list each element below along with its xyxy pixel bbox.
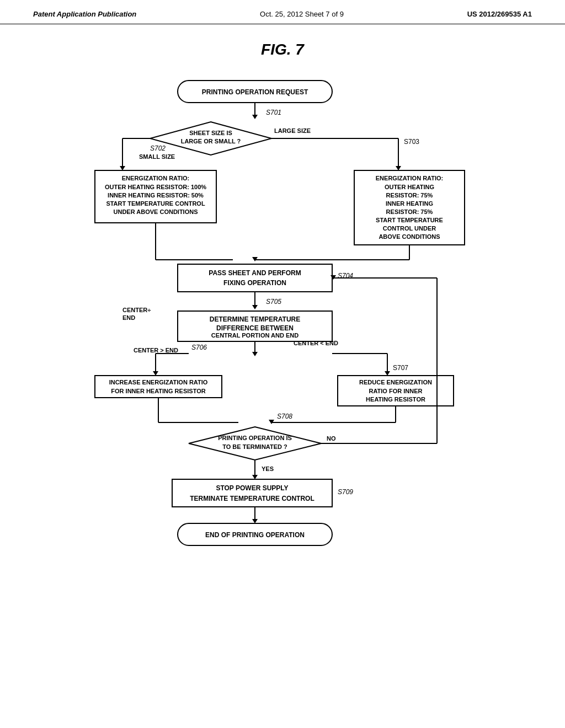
flowchart-svg: PRINTING OPERATION REQUEST S701 SHEET SI…	[84, 75, 481, 671]
svg-text:S706: S706	[191, 344, 207, 351]
svg-marker-3	[252, 115, 258, 119]
svg-text:SMALL SIZE: SMALL SIZE	[139, 153, 175, 160]
svg-text:UNDER ABOVE CONDITIONS: UNDER ABOVE CONDITIONS	[114, 208, 198, 215]
svg-text:TERMINATE TEMPERATURE CONTROL: TERMINATE TEMPERATURE CONTROL	[190, 495, 315, 502]
svg-text:RESISTOR: 75%: RESISTOR: 75%	[386, 192, 433, 199]
svg-marker-56	[153, 371, 158, 376]
svg-text:END OF PRINTING OPERATION: END OF PRINTING OPERATION	[205, 531, 305, 539]
svg-marker-16	[396, 166, 401, 170]
svg-text:TO BE TERMINATED ?: TO BE TERMINATED ?	[222, 443, 287, 450]
svg-text:S701: S701	[266, 109, 281, 116]
svg-text:CENTER > END: CENTER > END	[134, 347, 178, 354]
svg-text:END: END	[122, 314, 135, 321]
svg-text:INNER HEATING RESISTOR: 50%: INNER HEATING RESISTOR: 50%	[108, 192, 204, 199]
svg-marker-43	[252, 305, 258, 309]
svg-marker-61	[385, 371, 390, 376]
svg-text:START TEMPERATURE: START TEMPERATURE	[376, 217, 443, 223]
svg-text:CENTER < END: CENTER < END	[294, 340, 338, 346]
svg-text:S708: S708	[277, 413, 292, 420]
svg-text:START TEMPERATURE CONTROL: START TEMPERATURE CONTROL	[106, 200, 205, 207]
svg-text:LARGE OR SMALL ?: LARGE OR SMALL ?	[181, 138, 241, 144]
svg-text:FOR INNER HEATING RESISTOR: FOR INNER HEATING RESISTOR	[111, 388, 205, 394]
svg-text:ENERGIZATION RATIO:: ENERGIZATION RATIO:	[376, 175, 443, 181]
svg-text:RESISTOR: 75%: RESISTOR: 75%	[386, 208, 433, 215]
svg-text:S702: S702	[150, 144, 166, 152]
svg-text:CENTER÷: CENTER÷	[122, 307, 151, 313]
svg-text:LARGE SIZE: LARGE SIZE	[274, 127, 311, 134]
svg-text:S707: S707	[393, 364, 408, 372]
svg-text:STOP POWER SUPPLY: STOP POWER SUPPLY	[216, 484, 288, 492]
svg-text:S709: S709	[338, 488, 353, 496]
svg-text:CENTRAL PORTION AND END: CENTRAL PORTION AND END	[211, 332, 299, 339]
svg-text:PRINTING OPERATION IS: PRINTING OPERATION IS	[218, 435, 292, 441]
svg-text:S703: S703	[404, 138, 419, 146]
svg-marker-11	[120, 166, 125, 170]
svg-text:RATIO FOR INNER: RATIO FOR INNER	[369, 388, 423, 394]
fig-title: FIG. 7	[0, 41, 565, 58]
header-center: Oct. 25, 2012 Sheet 7 of 9	[260, 10, 344, 18]
svg-text:INCREASE ENERGIZATION RATIO: INCREASE ENERGIZATION RATIO	[109, 379, 208, 386]
svg-rect-87	[172, 479, 332, 507]
svg-text:REDUCE ENERGIZATION: REDUCE ENERGIZATION	[359, 379, 432, 386]
svg-text:DETERMINE TEMPERATURE: DETERMINE TEMPERATURE	[210, 315, 300, 323]
svg-text:OUTER HEATING: OUTER HEATING	[385, 184, 434, 190]
svg-text:OUTER HEATING RESISTOR: 100%: OUTER HEATING RESISTOR: 100%	[105, 184, 206, 190]
page-header: Patent Application Publication Oct. 25, …	[0, 0, 565, 24]
svg-text:HEATING RESISTOR: HEATING RESISTOR	[366, 396, 425, 403]
svg-text:INNER HEATING: INNER HEATING	[386, 200, 433, 207]
svg-text:PASS SHEET AND PERFORM: PASS SHEET AND PERFORM	[209, 269, 301, 277]
svg-text:FIXING OPERATION: FIXING OPERATION	[223, 279, 286, 287]
header-right: US 2012/269535 A1	[467, 10, 532, 18]
svg-text:NO: NO	[327, 435, 336, 442]
svg-text:YES: YES	[262, 465, 274, 472]
header-left: Patent Application Publication	[33, 10, 136, 18]
svg-text:ABOVE CONDITIONS: ABOVE CONDITIONS	[379, 233, 440, 240]
svg-marker-52	[252, 352, 258, 356]
svg-text:CONTROL UNDER: CONTROL UNDER	[383, 225, 436, 232]
svg-text:SHEET SIZE IS: SHEET SIZE IS	[189, 130, 232, 136]
svg-text:ENERGIZATION RATIO:: ENERGIZATION RATIO:	[122, 175, 189, 181]
svg-text:PRINTING OPERATION REQUEST: PRINTING OPERATION REQUEST	[202, 88, 308, 96]
page: Patent Application Publication Oct. 25, …	[0, 0, 565, 728]
svg-marker-92	[252, 519, 258, 523]
svg-rect-38	[178, 264, 332, 292]
svg-marker-86	[252, 475, 258, 479]
svg-text:S705: S705	[266, 298, 281, 306]
svg-text:DIFFERENCE BETWEEN: DIFFERENCE BETWEEN	[216, 324, 294, 332]
